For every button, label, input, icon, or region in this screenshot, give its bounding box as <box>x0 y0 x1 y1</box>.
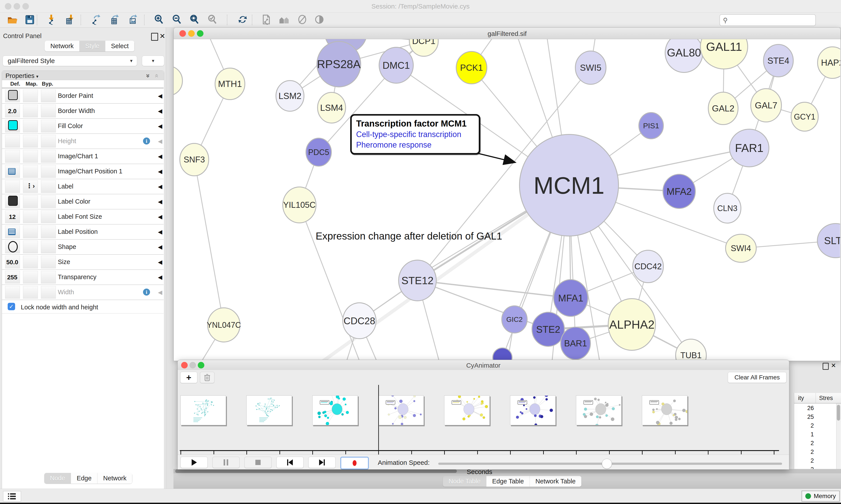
expand-arrow-icon[interactable]: ◀ <box>158 153 162 160</box>
table-column-stress[interactable]: Stres <box>819 395 833 401</box>
houses-button[interactable] <box>278 14 290 26</box>
expand-arrow-icon[interactable]: ◀ <box>158 259 162 266</box>
cyanimator-titlebar[interactable]: CyAnimator <box>178 360 789 370</box>
expand-arrow-icon[interactable]: ◀ <box>158 289 162 296</box>
network-node-gal80[interactable]: GAL80 <box>665 39 703 72</box>
property-row[interactable]: Fill Color ◀ <box>2 119 164 134</box>
expand-all-icon[interactable]: » <box>145 74 152 78</box>
zoom-in-button[interactable] <box>153 14 165 26</box>
tab-edge[interactable]: Edge <box>71 473 97 484</box>
info-icon[interactable]: i <box>143 138 150 144</box>
property-row[interactable]: 255 Transparency ◀ <box>2 270 164 285</box>
annotation-link[interactable]: Pheromone response <box>356 140 479 149</box>
pause-button[interactable] <box>212 457 239 468</box>
stop-button[interactable] <box>245 457 272 468</box>
frame-thumbnail-7[interactable] <box>642 395 687 425</box>
table-cell[interactable]: 2 <box>794 440 814 447</box>
network-node-mth1[interactable]: MTH1 <box>215 68 245 100</box>
network-node-mcm1[interactable]: MCM1 <box>519 134 619 236</box>
network-node-ste12[interactable]: STE12 <box>399 260 436 301</box>
frame-thumbnail-0[interactable] <box>180 395 226 425</box>
expand-arrow-icon[interactable]: ◀ <box>158 183 162 190</box>
frame-thumbnail-4[interactable] <box>444 395 490 425</box>
frame-thumbnail-5[interactable] <box>510 395 556 425</box>
show-eye-button[interactable] <box>313 14 325 26</box>
network-node-far1[interactable]: FAR1 <box>730 129 769 167</box>
table-cell[interactable]: 25 <box>794 414 814 420</box>
expand-arrow-icon[interactable]: ◀ <box>158 244 162 250</box>
table-cell[interactable]: 26 <box>794 405 814 412</box>
open-folder-button[interactable] <box>6 14 19 26</box>
tab-network[interactable]: Network <box>97 473 132 484</box>
play-button[interactable] <box>180 457 208 468</box>
network-window-titlebar[interactable]: galFiltered.sif <box>174 28 841 39</box>
search-input[interactable] <box>730 16 813 24</box>
table-horizontal-scrollbar[interactable] <box>174 469 841 473</box>
network-node-swi5[interactable]: SWI5 <box>575 51 606 84</box>
table-scrollbar[interactable] <box>836 403 841 473</box>
record-button[interactable] <box>340 457 369 469</box>
memory-button[interactable]: Memory <box>802 491 840 502</box>
network-node-cdc42[interactable]: CDC42 <box>633 250 663 283</box>
network-node-pdc5[interactable]: PDC5 <box>306 138 332 166</box>
property-row[interactable]: Border Paint ◀ <box>2 88 164 104</box>
task-history-button[interactable] <box>3 491 21 502</box>
network-node-ynl047c[interactable]: YNL047C <box>207 308 241 342</box>
property-row[interactable]: Width i◀ <box>2 285 164 300</box>
annotation-link[interactable]: Cell-type-specific transcription <box>356 130 479 139</box>
tab-node[interactable]: Node <box>44 473 71 484</box>
network-canvas[interactable]: DCP1 RPS28A DMC1 PCK1 MTH1 LSM2 LSM4 SWI… <box>174 39 840 360</box>
expand-arrow-icon[interactable]: ◀ <box>158 138 162 145</box>
cyanimator-timeline[interactable]: 0123456789 Seconds <box>178 384 789 454</box>
hide-eye-button[interactable] <box>296 14 308 26</box>
zoom-fit-button[interactable] <box>189 14 201 26</box>
save-button[interactable] <box>24 14 36 26</box>
zoom-selected-button[interactable] <box>206 14 219 26</box>
lock-size-row[interactable]: ✓ Lock node width and height <box>2 300 164 314</box>
tab-edge-table[interactable]: Edge Table <box>486 476 530 487</box>
tab-network-table[interactable]: Network Table <box>530 476 581 487</box>
mcm1-annotation[interactable]: Transcription factor MCM1 Cell-type-spec… <box>350 114 480 155</box>
delete-frame-button[interactable] <box>200 372 214 383</box>
network-node-cdc28[interactable]: CDC28 <box>343 303 376 339</box>
property-row[interactable]: Height i◀ <box>2 133 164 149</box>
network-node-gcy1[interactable]: GCY1 <box>791 102 818 131</box>
zoom-out-button[interactable] <box>171 14 183 26</box>
network-node-dmc1[interactable]: DMC1 <box>379 47 413 83</box>
property-row[interactable]: ⋮› Label ◀ <box>2 179 164 194</box>
tab-network[interactable]: Network <box>45 41 79 51</box>
timeline-playhead[interactable] <box>378 385 379 451</box>
expand-arrow-icon[interactable]: ◀ <box>158 168 162 175</box>
float-panel-icon[interactable] <box>151 33 158 41</box>
table-cell[interactable]: 2 <box>794 422 814 429</box>
network-node-hap2[interactable]: HAP2 <box>818 47 840 78</box>
style-selector[interactable]: galFiltered Style ▾ <box>3 56 137 66</box>
float-table-icon[interactable] <box>823 363 829 370</box>
search-box[interactable]: ⚲ <box>719 14 816 26</box>
expand-arrow-icon[interactable]: ◀ <box>158 93 162 100</box>
expand-arrow-icon[interactable]: ◀ <box>158 214 162 220</box>
frame-thumbnail-3[interactable] <box>378 395 424 425</box>
export-image-button[interactable] <box>127 14 139 26</box>
network-node-leftclip[interactable] <box>174 66 182 95</box>
network-node-dcp1[interactable]: DCP1 <box>409 39 438 56</box>
frame-thumbnail-2[interactable] <box>312 395 358 425</box>
table-cell[interactable]: 2 <box>794 457 814 464</box>
refresh-button[interactable] <box>236 14 249 26</box>
slider-knob[interactable] <box>602 459 612 469</box>
network-node-cln3[interactable]: CLN3 <box>714 193 741 223</box>
expand-arrow-icon[interactable]: ◀ <box>158 198 162 205</box>
property-row[interactable]: 50.0 Size ◀ <box>2 254 164 270</box>
network-node-pis1[interactable]: PIS1 <box>639 112 663 139</box>
network-node-gal7[interactable]: GAL7 <box>751 89 782 122</box>
style-options-button[interactable]: ▾ <box>142 56 164 66</box>
export-network-button[interactable] <box>90 14 102 26</box>
network-node-lsm2[interactable]: LSM2 <box>276 80 304 111</box>
network-node-gic2[interactable]: GIC2 <box>502 306 527 333</box>
network-node-mfa1[interactable]: MFA1 <box>554 280 588 317</box>
frame-thumbnail-6[interactable] <box>576 395 622 425</box>
frame-thumbnail-1[interactable] <box>246 395 292 425</box>
table-cell[interactable]: 1 <box>794 431 814 438</box>
network-node-tub1[interactable]: TUB1 <box>676 339 706 360</box>
clear-all-frames-button[interactable]: Clear All Frames <box>728 372 786 383</box>
